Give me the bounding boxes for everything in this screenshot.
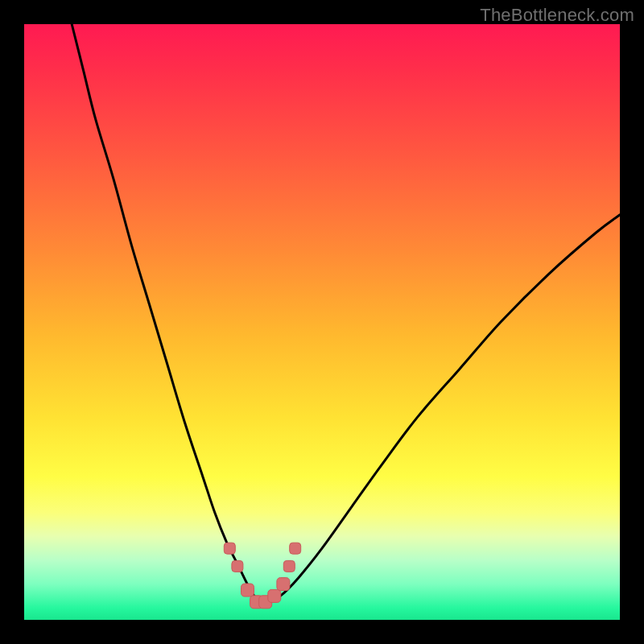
marker-point xyxy=(232,560,243,572)
marker-point xyxy=(277,578,290,591)
bottleneck-curve xyxy=(72,24,620,603)
marker-group xyxy=(224,543,300,609)
marker-point xyxy=(283,560,295,572)
marker-point xyxy=(268,589,281,602)
outer-frame: TheBottleneck.com xyxy=(0,0,644,644)
marker-point xyxy=(224,543,235,554)
marker-point xyxy=(290,543,301,554)
marker-point xyxy=(242,584,254,597)
chart-overlay xyxy=(0,0,644,644)
